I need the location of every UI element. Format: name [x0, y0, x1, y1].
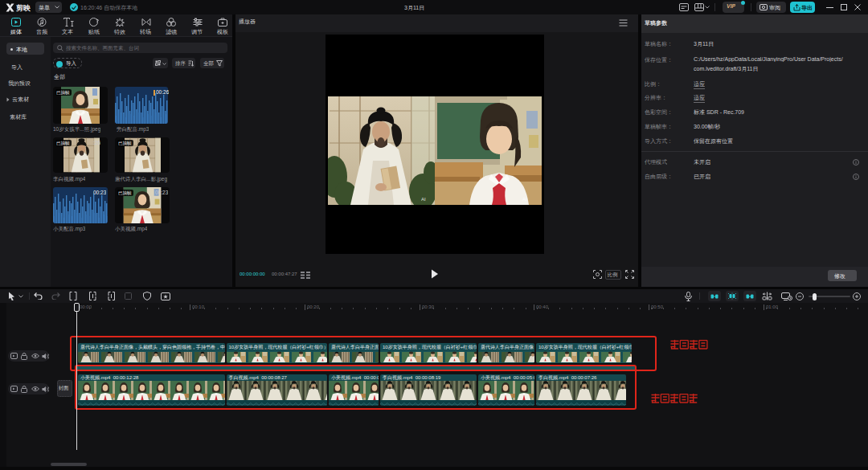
- svg-text:AI: AI: [421, 197, 426, 202]
- svg-text:AI: AI: [522, 197, 527, 202]
